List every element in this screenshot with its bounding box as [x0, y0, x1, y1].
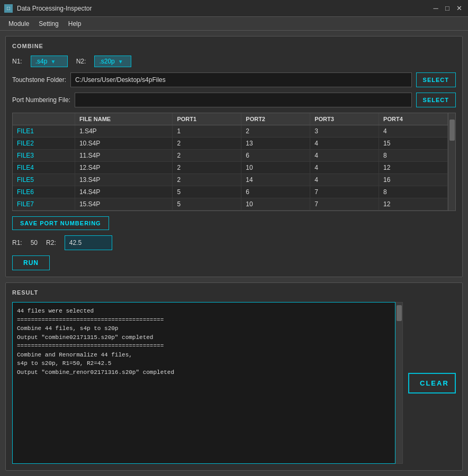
col-header-port1: PORT1: [173, 113, 241, 125]
port-numbering-file-label: Port Numbering File:: [12, 96, 70, 104]
table-cell: 5: [173, 186, 241, 198]
row-header-cell: FILE6: [13, 186, 75, 198]
file-table-inner: FILE NAME PORT1 PORT2 PORT3 PORT4 FILE11…: [12, 113, 448, 211]
r1-label: R1:: [12, 239, 22, 246]
table-cell: 4: [310, 138, 379, 150]
combine-panel: COMBINE N1: .s4p ▼ N2: .s20p ▼ Touchston…: [5, 36, 463, 277]
table-row: FILE513.S4P214416: [13, 174, 448, 186]
r2-label: R2:: [46, 239, 56, 246]
port-numbering-file-input[interactable]: [75, 93, 412, 107]
table-cell: 15.S4P: [75, 198, 173, 210]
table-cell: 11.S4P: [75, 150, 173, 162]
n2-dropdown[interactable]: .s20p ▼: [94, 56, 131, 67]
menu-help[interactable]: Help: [64, 19, 86, 29]
table-row: FILE210.S4P213415: [13, 138, 448, 150]
table-cell: 12: [379, 198, 448, 210]
file-table-container: FILE NAME PORT1 PORT2 PORT3 PORT4 FILE11…: [12, 113, 456, 211]
r2-input[interactable]: [65, 235, 112, 250]
col-header-port2: PORT2: [241, 113, 310, 125]
port-numbering-file-row: Port Numbering File: SELECT: [12, 93, 456, 107]
table-scrollbar-thumb: [449, 120, 455, 141]
table-cell: 7: [310, 198, 379, 210]
save-port-numbering-button[interactable]: SAVE PORT NUMBERING: [12, 216, 109, 230]
r-values-row: R1: 50 R2:: [12, 235, 456, 250]
row-header-cell: FILE2: [13, 138, 75, 150]
table-cell: 13: [241, 138, 310, 150]
minimize-button[interactable]: ─: [431, 4, 440, 13]
port-numbering-select-button[interactable]: SELECT: [416, 93, 456, 107]
table-cell: 5: [173, 198, 241, 210]
table-cell: 14: [241, 174, 310, 186]
menu-setting[interactable]: Setting: [34, 19, 62, 29]
window-controls: ─ □ ✕: [431, 4, 464, 13]
n1-dropdown[interactable]: .s4p ▼: [31, 56, 68, 67]
touchstone-select-button[interactable]: SELECT: [416, 72, 456, 87]
result-text-area[interactable]: [12, 302, 395, 464]
n1-dropdown-arrow: ▼: [50, 59, 56, 65]
table-cell: 4: [310, 162, 379, 174]
result-title: RESULT: [12, 289, 456, 296]
table-cell: 10: [241, 162, 310, 174]
table-cell: 4: [310, 174, 379, 186]
touchstone-folder-input[interactable]: [70, 72, 412, 87]
table-cell: 16: [379, 174, 448, 186]
result-right-controls: CLEAR: [408, 302, 456, 464]
row-header-cell: FILE7: [13, 198, 75, 210]
col-header-port3: PORT3: [310, 113, 379, 125]
combine-title: COMBINE: [12, 43, 456, 49]
table-cell: 4: [379, 125, 448, 138]
table-cell: 12.S4P: [75, 162, 173, 174]
table-row: FILE614.S4P5678: [13, 186, 448, 198]
n2-value: .s20p: [99, 58, 114, 65]
table-cell: 6: [241, 186, 310, 198]
table-cell: 1.S4P: [75, 125, 173, 138]
table-cell: 15: [379, 138, 448, 150]
table-scrollbar[interactable]: [448, 113, 456, 211]
result-panel: RESULT CLEAR: [5, 282, 463, 471]
table-cell: 2: [173, 174, 241, 186]
table-cell: 10.S4P: [75, 138, 173, 150]
table-cell: 1: [173, 125, 241, 138]
col-header-filename: FILE NAME: [75, 113, 173, 125]
table-row: FILE11.S4P1234: [13, 125, 448, 138]
col-header-port4: PORT4: [379, 113, 448, 125]
table-cell: 8: [379, 186, 448, 198]
table-row: FILE311.S4P2648: [13, 150, 448, 162]
result-scrollbar-thumb: [397, 305, 402, 321]
file-table: FILE NAME PORT1 PORT2 PORT3 PORT4 FILE11…: [13, 113, 448, 210]
maximize-button[interactable]: □: [443, 4, 452, 13]
row-header-cell: FILE5: [13, 174, 75, 186]
table-cell: 2: [173, 138, 241, 150]
table-cell: 13.S4P: [75, 174, 173, 186]
result-scrollbar[interactable]: [395, 302, 403, 464]
table-cell: 3: [310, 125, 379, 138]
n2-dropdown-arrow: ▼: [118, 59, 123, 65]
table-cell: 10: [241, 198, 310, 210]
app-title: Data Processing-Inspector: [17, 5, 427, 12]
n-row: N1: .s4p ▼ N2: .s20p ▼: [12, 56, 456, 67]
table-cell: 2: [173, 162, 241, 174]
menu-bar: Module Setting Help: [0, 17, 468, 31]
main-content: COMBINE N1: .s4p ▼ N2: .s20p ▼ Touchston…: [0, 31, 468, 476]
table-cell: 2: [241, 125, 310, 138]
table-cell: 12: [379, 162, 448, 174]
close-button[interactable]: ✕: [454, 4, 464, 13]
app-icon: □: [4, 4, 13, 13]
result-content-row: CLEAR: [12, 302, 456, 464]
n2-label: N2:: [76, 58, 86, 65]
r1-value: 50: [31, 239, 38, 246]
table-cell: 4: [310, 150, 379, 162]
table-cell: 8: [379, 150, 448, 162]
clear-button[interactable]: CLEAR: [408, 373, 456, 393]
table-cell: 14.S4P: [75, 186, 173, 198]
table-row: FILE412.S4P210412: [13, 162, 448, 174]
result-textarea-wrapper: [12, 302, 403, 464]
n1-label: N1:: [12, 58, 22, 65]
col-header-rowname: [13, 113, 75, 125]
table-cell: 7: [310, 186, 379, 198]
run-button[interactable]: RUN: [12, 255, 50, 270]
title-bar: □ Data Processing-Inspector ─ □ ✕: [0, 0, 468, 17]
touchstone-folder-label: Touchstone Folder:: [12, 76, 66, 84]
menu-module[interactable]: Module: [4, 19, 33, 29]
row-header-cell: FILE1: [13, 125, 75, 138]
